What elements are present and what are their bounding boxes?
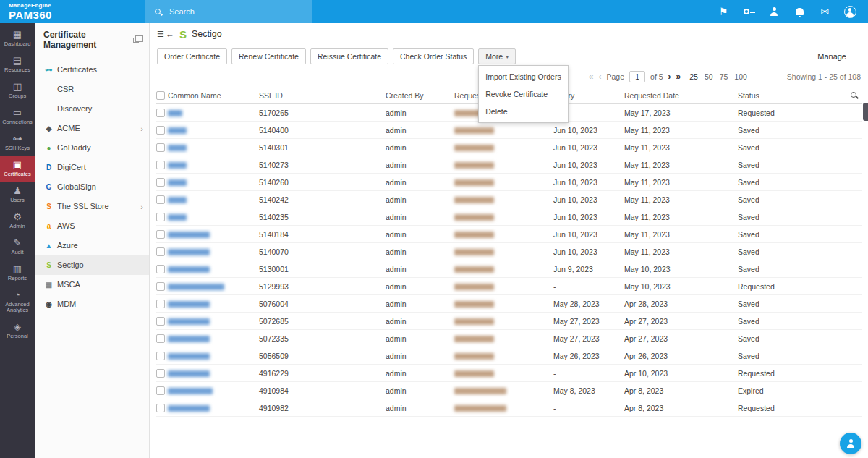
next-page-button[interactable]: › (668, 73, 671, 80)
row-checkbox[interactable] (156, 386, 165, 395)
common-name-cell[interactable] (168, 334, 259, 343)
row-checkbox[interactable] (156, 334, 165, 343)
back-arrow-icon[interactable]: ← (166, 29, 174, 39)
nav-item-aws[interactable]: a AWS (35, 216, 149, 236)
row-checkbox[interactable] (156, 317, 165, 326)
floating-action-button[interactable] (840, 433, 861, 454)
last-page-button[interactable]: » (676, 73, 681, 80)
page-size-25[interactable]: 25 (689, 72, 698, 81)
row-checkbox[interactable] (156, 230, 165, 239)
common-name-cell[interactable] (168, 213, 259, 221)
common-name-cell[interactable] (168, 143, 259, 152)
menu-item-delete[interactable]: Delete (479, 103, 567, 120)
order-certificate-button[interactable]: Order Certificate (157, 48, 227, 64)
collapse-menu-icon[interactable]: ☰ (157, 30, 163, 39)
page-size-75[interactable]: 75 (720, 72, 728, 81)
row-checkbox[interactable] (156, 282, 165, 291)
reissue-certificate-button[interactable]: Reissue Certificate (310, 48, 388, 64)
row-checkbox[interactable] (156, 352, 165, 360)
common-name-cell[interactable] (168, 178, 259, 187)
common-name-cell[interactable] (168, 247, 259, 256)
col-status[interactable]: Status (738, 91, 862, 100)
common-name-cell[interactable] (168, 369, 259, 378)
sidebar-item-personal[interactable]: ◈ Personal (0, 318, 35, 344)
profile-avatar[interactable] (843, 5, 856, 18)
common-name-cell[interactable] (168, 109, 259, 117)
row-checkbox[interactable] (156, 178, 165, 187)
row-checkbox[interactable] (156, 300, 165, 308)
feedback-icon[interactable]: ✉ (818, 5, 831, 18)
popout-icon[interactable] (133, 38, 139, 43)
nav-item-azure[interactable]: ▲ Azure (35, 236, 149, 255)
prev-page-button[interactable]: ‹ (599, 73, 602, 80)
key-icon[interactable] (742, 5, 755, 18)
page-size-50[interactable]: 50 (705, 72, 713, 81)
col-created-by[interactable]: Created By (386, 91, 454, 100)
sidebar-item-resources[interactable]: ▤ Resources (0, 51, 35, 77)
sidebar-item-groups[interactable]: ◫ Groups (0, 77, 35, 103)
sidebar-item-certificates[interactable]: ▣ Certificates (0, 156, 35, 182)
row-checkbox[interactable] (156, 143, 165, 152)
common-name-cell[interactable] (168, 404, 259, 412)
requested-date-cell: Apr 26, 2023 (624, 352, 738, 360)
row-checkbox[interactable] (156, 404, 165, 412)
sidebar-item-admin[interactable]: ⚙ Admin (0, 208, 35, 234)
col-ssl-id[interactable]: SSL ID (259, 91, 386, 100)
manage-link[interactable]: Manage (817, 52, 846, 61)
announcement-icon[interactable]: ⚑ (717, 5, 730, 18)
nav-item-godaddy[interactable]: ● GoDaddy (35, 138, 149, 158)
page-input[interactable] (629, 71, 645, 82)
common-name-cell[interactable] (168, 230, 259, 239)
common-name-cell[interactable] (168, 317, 259, 326)
nav-item-sectigo[interactable]: S Sectigo (35, 255, 149, 275)
nav-item-digicert[interactable]: D DigiCert (35, 158, 149, 177)
common-name-cell[interactable] (168, 161, 259, 169)
col-common-name[interactable]: Common Name (168, 91, 259, 100)
check-order-status-button[interactable]: Check Order Status (393, 48, 474, 64)
global-search[interactable] (145, 0, 312, 23)
sidebar-item-reports[interactable]: ▥ Reports (0, 260, 35, 286)
common-name-cell[interactable] (168, 195, 259, 204)
common-name-cell[interactable] (168, 265, 259, 273)
table-search-icon[interactable] (851, 92, 856, 98)
nav-item-discovery[interactable]: Discovery (35, 99, 149, 119)
row-checkbox[interactable] (156, 247, 165, 256)
nav-item-msca[interactable]: ▦ MSCA (35, 275, 149, 294)
row-checkbox[interactable] (156, 161, 165, 169)
row-checkbox[interactable] (156, 195, 165, 204)
user-session-icon[interactable] (767, 5, 780, 18)
common-name-cell[interactable] (168, 126, 259, 135)
menu-item-import-existing-orders[interactable]: Import Existing Orders (479, 68, 567, 85)
select-all-checkbox[interactable] (156, 91, 165, 100)
sidebar-item-dashboard[interactable]: ▦ Dashboard (0, 25, 35, 51)
sidebar-item-connections[interactable]: ▭ Connections (0, 103, 35, 130)
sidebar-item-users[interactable]: ♟ Users (0, 182, 35, 208)
first-page-button[interactable]: « (589, 73, 594, 80)
more-button[interactable]: More ▾ Import Existing OrdersRevoke Cert… (478, 48, 516, 64)
nav-item-the-ssl-store[interactable]: S The SSL Store › (35, 197, 149, 216)
row-checkbox[interactable] (156, 369, 165, 378)
nav-item-globalsign[interactable]: G GlobalSign (35, 177, 149, 197)
notifications-icon[interactable] (793, 5, 806, 18)
menu-item-revoke-certificate[interactable]: Revoke Certificate (479, 85, 567, 103)
common-name-cell[interactable] (168, 300, 259, 308)
col-requested-date[interactable]: Requested Date (624, 91, 738, 100)
sidebar-item-ssh-keys[interactable]: ⊶ SSH Keys (0, 130, 35, 156)
sidebar-item-advanced-analytics[interactable]: ◔ Advanced Analytics (0, 286, 35, 318)
row-checkbox[interactable] (156, 109, 165, 117)
renew-certificate-button[interactable]: Renew Certificate (231, 48, 306, 64)
nav-item-csr[interactable]: CSR (35, 80, 149, 99)
page-size-100[interactable]: 100 (734, 72, 747, 81)
nav-item-acme[interactable]: ◆ ACME › (35, 119, 149, 138)
common-name-cell[interactable] (168, 282, 259, 291)
common-name-cell[interactable] (168, 386, 259, 395)
edge-tab[interactable] (863, 103, 868, 121)
row-checkbox[interactable] (156, 213, 165, 221)
nav-item-certificates[interactable]: ⊶ Certificates (35, 60, 149, 80)
nav-item-mdm[interactable]: ◉ MDM (35, 294, 149, 314)
common-name-cell[interactable] (168, 352, 259, 360)
row-checkbox[interactable] (156, 265, 165, 273)
sidebar-item-audit[interactable]: ✎ Audit (0, 234, 35, 260)
search-input[interactable] (168, 7, 291, 17)
row-checkbox[interactable] (156, 126, 165, 135)
